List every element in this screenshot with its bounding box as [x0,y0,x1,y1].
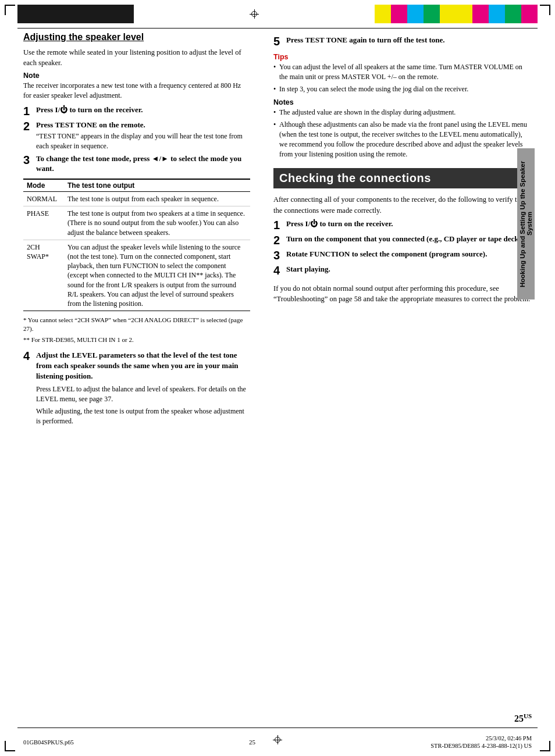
color-block [424,5,440,23]
footnote-1: * You cannot select “2CH SWAP” when “2CH… [23,316,250,333]
left-column: Adjusting the speaker level Use the remo… [23,32,262,724]
step-2-num: 2 [23,120,34,151]
color-block [505,5,521,23]
note-heading: Note [23,72,250,80]
checking-step-4: 4 Start playing. [273,265,532,276]
table-header-output: The test tone output [64,179,250,192]
tip-2: In step 3, you can select the mode using… [273,84,532,94]
color-block [472,5,489,23]
checking-step-3-title: Rotate FUNCTION to select the component … [286,249,532,259]
color-block [489,5,505,23]
checking-step-1-num: 1 [273,219,284,231]
page-border-top [17,28,538,28]
step-3-title: To change the test tone mode, press ◄/► … [36,154,250,174]
step-2-body: “TEST TONE” appears in the display and y… [36,131,250,151]
step-1-content: Press I/⏻ to turn on the receiver. [36,105,250,117]
table-row: NORMALThe test tone is output from each … [23,192,250,206]
step-1: 1 Press I/⏻ to turn on the receiver. [23,105,250,117]
step-3-num: 3 [23,154,34,174]
top-bar-area [17,5,538,23]
page-number-area: 25US [514,712,532,724]
left-section-intro: Use the remote while seated in your list… [23,47,250,68]
checking-step-2: 2 Turn on the component that you connect… [273,234,532,246]
checking-step-4-num: 4 [273,265,284,276]
step-4: 4 Adjust the LEVEL parameters so that th… [23,350,250,426]
right-column: 5 Press TEST TONE again to turn off the … [262,32,532,724]
left-section-title: Adjusting the speaker level [23,32,250,42]
table-row: PHASEThe test tone is output from two sp… [23,206,250,240]
checking-title: Checking the connections [279,172,526,185]
color-block [391,5,407,23]
step-3-content: To change the test tone mode, press ◄/► … [36,154,250,174]
top-color-blocks [375,5,538,23]
step-3: 3 To change the test tone mode, press ◄/… [23,154,250,174]
checking-step-4-content: Start playing. [286,265,532,276]
tip-1: You can adjust the level of all speakers… [273,62,532,82]
corner-mark-tl [5,5,15,15]
checking-step-1-title: Press I/⏻ to turn on the receiver. [286,219,532,229]
page-number-suffix: US [524,712,532,719]
footer-page: 25 [249,739,255,746]
color-block [407,5,424,23]
step-4-num: 4 [23,350,34,426]
checking-step-2-title: Turn on the component that you connected… [286,234,532,244]
notes-heading: Notes [273,98,532,106]
table-cell-desc: You can adjust the speaker levels while … [64,240,250,311]
page-number: 25 [514,714,524,723]
checking-footer: If you do not obtain normal sound output… [273,283,532,304]
crosshair-bottom-icon [273,735,282,744]
checking-step-3-num: 3 [273,249,284,261]
checking-intro: After connecting all of your components … [273,194,532,215]
step-5-num: 5 [273,35,284,47]
checking-step-4-title: Start playing. [286,265,532,274]
step-2: 2 Press TEST TONE on the remote. “TEST T… [23,120,250,151]
checking-step-1-content: Press I/⏻ to turn on the receiver. [286,219,532,231]
corner-mark-bl [5,741,15,751]
checking-step-3-content: Rotate FUNCTION to select the component … [286,249,532,261]
note-2: Although these adjustments can also be m… [273,120,532,159]
color-block [521,5,538,23]
step-5-content: Press TEST TONE again to turn off the te… [286,35,532,47]
color-block [440,5,456,23]
note-text: The receiver incorporates a new test ton… [23,81,250,101]
footer-right: 25/3/02, 02:46 PM STR-DE985/DE885 4-238-… [431,735,532,749]
table-cell-mode: NORMAL [23,192,64,206]
checking-step-3: 3 Rotate FUNCTION to select the componen… [273,249,532,261]
step-4-content: Adjust the LEVEL parameters so that the … [36,350,250,426]
sidebar-label: Hooking Up and Setting Up the Speaker Sy… [517,148,535,299]
table-cell-desc: The test tone is output from each speake… [64,192,250,206]
table-header-mode: Mode [23,179,64,192]
footer-date: 25/3/02, 02:46 PM [486,735,532,741]
step-5-title: Press TEST TONE again to turn off the te… [286,35,532,45]
corner-mark-tr [540,5,550,15]
top-center-crosshair [134,5,375,23]
tips-heading: Tips [273,53,532,61]
checking-step-2-num: 2 [273,234,284,246]
footnote-2: ** For STR-DE985, MULTI CH IN 1 or 2. [23,336,250,344]
page-border-bottom [17,728,538,728]
top-left-black-block [17,5,134,23]
mode-table: Mode The test tone output NORMALThe test… [23,179,250,311]
step-4-body1: Press LEVEL to adjust the balance and le… [36,384,250,404]
table-cell-desc: The test tone is output from two speaker… [64,206,250,240]
color-block [456,5,472,23]
footer-model: STR-DE985/DE885 4-238-488-12(1) US [431,743,532,749]
step-1-title: Press I/⏻ to turn on the receiver. [36,105,250,115]
step-1-num: 1 [23,105,34,117]
main-content: Adjusting the speaker level Use the remo… [23,32,532,724]
table-cell-mode: 2CH SWAP* [23,240,64,311]
corner-mark-br [540,741,550,751]
step-2-content: Press TEST TONE on the remote. “TEST TON… [36,120,250,151]
step-2-title: Press TEST TONE on the remote. [36,120,250,130]
table-row: 2CH SWAP*You can adjust the speaker leve… [23,240,250,311]
note-1: The adjusted value are shown in the disp… [273,108,532,117]
table-cell-mode: PHASE [23,206,64,240]
crosshair-icon [250,9,259,19]
step-5: 5 Press TEST TONE again to turn off the … [273,35,532,47]
bottom-crosshair [273,735,282,744]
step-4-body2: While adjusting, the test tone is output… [36,406,250,426]
checking-header: Checking the connections [273,168,532,188]
color-block [375,5,391,23]
checking-step-2-content: Turn on the component that you connected… [286,234,532,246]
footer-filename: 01GB04SPKUS.p65 [23,739,74,746]
